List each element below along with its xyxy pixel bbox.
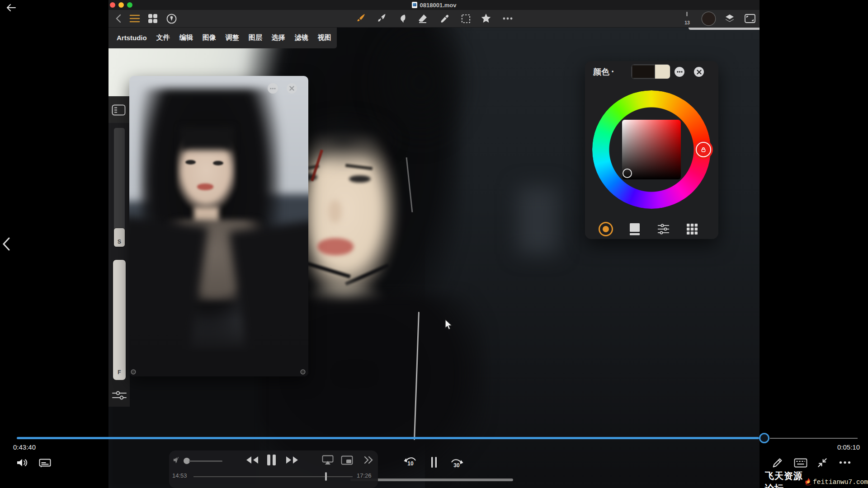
tool-eraser[interactable] (416, 10, 429, 27)
pause-button[interactable] (267, 454, 276, 466)
ellipsis-icon (677, 71, 683, 73)
lock-ring (696, 142, 711, 157)
player-mute-button[interactable] (173, 456, 182, 464)
size-slider-thumb[interactable]: S (114, 228, 125, 247)
panel-list-icon (112, 104, 126, 116)
tool-eyedropper[interactable] (438, 10, 451, 27)
menu-item-adjust[interactable]: 调整 (226, 33, 239, 42)
hue-lock-handle[interactable] (694, 140, 713, 159)
app-back-button[interactable] (112, 10, 125, 27)
pause-icon (267, 454, 276, 466)
double-chevron-right-icon (363, 456, 373, 464)
fast-forward-button[interactable] (286, 456, 298, 464)
primary-color-swatch[interactable] (632, 65, 655, 79)
color-panel: 颜色 • (585, 61, 718, 239)
canvas-light-patch (518, 186, 558, 254)
timeline-playhead[interactable] (759, 433, 769, 443)
segment-slider-thumb[interactable] (325, 472, 327, 481)
menu-item-edit[interactable]: 编辑 (179, 33, 193, 42)
subtitles-button[interactable] (39, 458, 51, 469)
tool-favorites[interactable] (479, 10, 493, 27)
flow-slider[interactable]: F (113, 260, 126, 380)
skip-back-10-button[interactable]: 10 (403, 455, 418, 467)
chrome-prev-button[interactable] (1, 236, 13, 252)
reference-resize-handle-right[interactable] (301, 370, 305, 374)
brush-size-value: 13 (682, 20, 693, 25)
photo-eye-left (185, 160, 196, 164)
airplay-icon (322, 455, 334, 465)
tool-wet-brush[interactable] (375, 10, 388, 27)
grid-icon (148, 14, 158, 23)
ellipsis-icon (839, 461, 851, 464)
reference-panel-toggle[interactable] (112, 104, 126, 116)
skip-forward-30-button[interactable]: 30 (449, 457, 464, 469)
menu-item-view[interactable]: 视图 (318, 33, 331, 42)
timeline-progress[interactable] (17, 437, 759, 439)
timeline-remaining-track[interactable] (770, 438, 858, 439)
photo-eye-right (213, 161, 223, 165)
tool-more-button[interactable] (501, 10, 514, 27)
current-color-swatch[interactable] (702, 12, 715, 25)
pencil-icon (771, 456, 784, 469)
sv-cursor[interactable] (623, 169, 632, 178)
pip-button[interactable] (341, 455, 353, 465)
tool-selection[interactable] (459, 10, 472, 27)
flow-slider-label: F (118, 369, 121, 375)
apps-grid-button[interactable] (146, 10, 160, 27)
rewind-button[interactable] (246, 456, 259, 464)
menu-item-layer[interactable]: 图层 (249, 33, 262, 42)
tab-color-wheel[interactable] (598, 222, 613, 236)
fit-canvas-button[interactable] (742, 10, 758, 27)
reference-photo-panel[interactable] (129, 76, 308, 376)
keyboard-button[interactable] (794, 458, 807, 468)
menu-item-file[interactable]: 文件 (156, 33, 170, 42)
watermark-site-text: feitianwu7.com (813, 479, 868, 486)
ellipsis-icon (503, 17, 513, 20)
minimize-window-button[interactable] (118, 2, 124, 8)
reference-more-button[interactable] (268, 83, 278, 94)
pressure-pen-button[interactable] (164, 10, 179, 27)
layers-panel-button[interactable] (722, 10, 737, 27)
app-toolbar: 13 (108, 10, 760, 28)
pause-small-button[interactable] (431, 456, 437, 468)
color-panel-more-button[interactable] (675, 67, 684, 77)
close-icon (289, 86, 294, 91)
zoom-window-button[interactable] (127, 2, 132, 8)
skip-back-label: 10 (407, 460, 413, 467)
color-swatch-pair[interactable] (632, 65, 670, 79)
color-panel-close-button[interactable] (694, 67, 704, 77)
speaker-icon (16, 457, 28, 468)
chevron-left-icon (115, 14, 122, 23)
palette-grid-icon (687, 224, 698, 235)
annotate-button[interactable] (771, 456, 784, 469)
more-controls-button[interactable] (363, 456, 373, 464)
tab-color-sliders[interactable] (656, 222, 671, 236)
menu-item-image[interactable]: 图像 (203, 33, 216, 42)
exit-fullscreen-button[interactable] (816, 457, 828, 469)
gallery-menu-button[interactable] (127, 10, 142, 27)
menu-item-select[interactable]: 选择 (272, 33, 285, 42)
subtitle-bubble-icon (39, 458, 51, 469)
volume-button[interactable] (16, 457, 28, 468)
chrome-back-button[interactable] (5, 3, 17, 13)
photo-lips (197, 183, 213, 190)
picture-in-picture-icon (341, 455, 353, 465)
tool-smudge[interactable] (396, 10, 409, 27)
sliders-tab-icon (657, 224, 670, 235)
menu-item-filter[interactable]: 滤镜 (295, 33, 308, 42)
segment-slider-track[interactable] (193, 476, 353, 477)
more-options-button[interactable] (839, 461, 851, 464)
volume-slider-track[interactable] (189, 460, 222, 462)
reference-resize-handle-left[interactable] (132, 370, 135, 374)
close-window-button[interactable] (110, 2, 115, 8)
reference-close-button[interactable] (287, 83, 297, 94)
menu-item-artstudio[interactable]: Artstudio (117, 34, 147, 42)
tab-color-box[interactable] (627, 222, 642, 236)
tool-paint-brush[interactable] (354, 10, 367, 27)
airplay-button[interactable] (322, 455, 334, 465)
slider-settings-button[interactable] (111, 389, 127, 402)
painting-eye-right (349, 175, 371, 183)
window-title-area: 0818001.mov (108, 0, 760, 10)
secondary-color-swatch[interactable] (655, 65, 670, 79)
tab-color-palette[interactable] (684, 222, 700, 236)
